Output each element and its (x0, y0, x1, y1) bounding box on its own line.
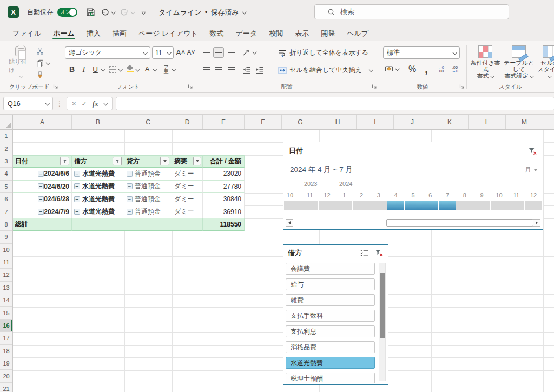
document-title[interactable]: タイムライン • 保存済み (159, 8, 246, 17)
timeline-tile[interactable] (525, 201, 542, 210)
timeline-tile[interactable] (507, 201, 524, 210)
slicer-item[interactable]: 雑費 (286, 294, 375, 306)
timeline-tile-selected[interactable] (387, 201, 404, 210)
bottom-align-button[interactable] (226, 48, 236, 57)
column-header[interactable]: H (319, 115, 357, 129)
column-header[interactable]: I (357, 115, 394, 129)
format-as-table-button[interactable]: テーブルとして書式設定 (502, 45, 536, 79)
timeline-tile-selected[interactable] (439, 201, 456, 210)
collapse-icon[interactable]: − (127, 196, 133, 202)
autosave-toggle[interactable]: オン (57, 8, 77, 17)
pivot-memo-cell[interactable]: ダミー (172, 205, 203, 218)
phonetic-guide-button[interactable]: ア亜 (161, 64, 171, 75)
align-right-button[interactable] (226, 65, 236, 75)
scroll-right-button[interactable] (533, 219, 540, 227)
row-header[interactable]: 11 (0, 256, 12, 269)
row-header[interactable]: 3 (0, 155, 12, 168)
date-filter-button[interactable] (60, 157, 69, 165)
accounting-format-button[interactable] (384, 64, 394, 74)
name-box[interactable]: Q16 (3, 97, 53, 110)
cancel-icon[interactable]: × (72, 99, 76, 108)
pivot-date-cell[interactable]: −2024/6/20 (13, 181, 72, 193)
pivot-date-cell[interactable]: −2024/7/9 (13, 205, 72, 218)
timeline-tile[interactable] (284, 201, 301, 210)
row-header[interactable]: 17 (0, 332, 12, 344)
comma-style-button[interactable] (422, 64, 431, 75)
clipboard-dialog-launcher[interactable] (53, 84, 58, 89)
collapse-icon[interactable]: − (74, 209, 80, 215)
timeline-tile[interactable] (353, 201, 370, 210)
formula-dropdown-icon[interactable] (103, 101, 108, 105)
timeline-tile[interactable] (319, 201, 335, 210)
collapse-icon[interactable]: − (74, 196, 80, 202)
phonetic-dropdown-icon[interactable] (172, 67, 176, 71)
cell-styles-button[interactable]: セルのスタイル (537, 45, 554, 79)
orientation-dropdown-icon[interactable] (252, 50, 256, 54)
column-header[interactable]: B (72, 115, 124, 129)
slicer-item[interactable]: 会議費 (286, 263, 375, 275)
percent-style-button[interactable] (407, 64, 418, 75)
tab-file[interactable]: ファイル (6, 24, 47, 41)
font-color-dropdown-icon[interactable] (153, 67, 157, 71)
tab-developer[interactable]: 開発 (315, 24, 341, 41)
accounting-dropdown-icon[interactable] (395, 67, 399, 71)
font-dialog-launcher[interactable] (188, 84, 193, 89)
credit-dropdown-button[interactable] (160, 157, 169, 165)
tab-insert[interactable]: 挿入 (81, 24, 107, 41)
bold-button[interactable] (67, 64, 77, 75)
column-header[interactable]: E (203, 115, 245, 129)
format-painter-button[interactable] (35, 70, 45, 80)
column-header-partial[interactable] (543, 115, 554, 129)
tab-page-layout[interactable]: ページ レイアウト (133, 24, 204, 41)
timeline-tile[interactable] (473, 201, 490, 210)
column-header[interactable]: G (282, 115, 319, 129)
column-header[interactable]: K (431, 115, 469, 129)
decrease-decimal-button[interactable]: .00→0 (449, 64, 461, 75)
pivot-amount-cell[interactable]: 36910 (203, 205, 245, 218)
timeline-tile[interactable] (456, 201, 473, 210)
column-header[interactable]: C (124, 115, 172, 129)
italic-button[interactable] (79, 64, 89, 75)
pivot-memo-cell[interactable]: ダミー (172, 193, 203, 205)
tab-review[interactable]: 校閲 (263, 24, 289, 41)
clear-filter-icon[interactable] (374, 249, 384, 257)
save-button[interactable] (84, 5, 97, 19)
collapse-icon[interactable]: − (38, 183, 44, 189)
font-name-combo[interactable]: 游ゴシック (65, 46, 150, 59)
copy-button[interactable] (34, 58, 52, 68)
clear-filter-icon[interactable] (528, 147, 537, 155)
collapse-icon[interactable]: − (127, 209, 133, 215)
increase-decimal-button[interactable]: ←0.00 (435, 64, 447, 75)
memo-dropdown-button[interactable] (193, 157, 201, 165)
number-dialog-launcher[interactable] (459, 84, 465, 89)
tab-view[interactable]: 表示 (289, 24, 315, 41)
pivot-debit-cell[interactable]: −水道光熱費 (72, 168, 124, 180)
row-header[interactable]: 21 (0, 383, 12, 392)
row-header[interactable]: 13 (0, 282, 12, 294)
cut-button[interactable] (35, 46, 45, 56)
align-center-button[interactable] (213, 65, 223, 75)
scroll-left-button[interactable] (286, 219, 293, 227)
excel-app-icon[interactable]: X (8, 6, 19, 18)
row-header[interactable]: 8 (0, 218, 12, 231)
select-all-corner[interactable] (0, 115, 13, 129)
undo-dropdown-icon[interactable] (111, 10, 115, 14)
pivot-debit-cell[interactable]: −水道光熱費 (72, 181, 124, 193)
pivot-memo-cell[interactable]: ダミー (172, 181, 203, 193)
timeline-scroll-thumb[interactable] (386, 219, 533, 227)
tab-help[interactable]: ヘルプ (341, 24, 374, 41)
slicer-item[interactable]: 支払利息 (286, 325, 375, 337)
merge-center-button[interactable]: セルを結合して中央揃え (278, 65, 372, 75)
pivot-amount-cell[interactable]: 30840 (203, 193, 245, 205)
row-header-active[interactable]: 16 (0, 320, 12, 332)
orientation-button[interactable] (241, 48, 251, 57)
undo-button[interactable] (98, 5, 117, 19)
timeline-period-dropdown[interactable]: 月 (525, 165, 537, 175)
row-header[interactable]: 19 (0, 357, 12, 370)
borders-dropdown-icon[interactable] (118, 67, 122, 71)
slicer-item[interactable]: 税理士報酬 (286, 373, 375, 383)
collapse-icon[interactable]: − (38, 196, 44, 202)
slicer-scrollbar[interactable] (379, 263, 386, 381)
row-header[interactable]: 12 (0, 269, 12, 281)
timeline-tile-selected[interactable] (405, 201, 421, 210)
